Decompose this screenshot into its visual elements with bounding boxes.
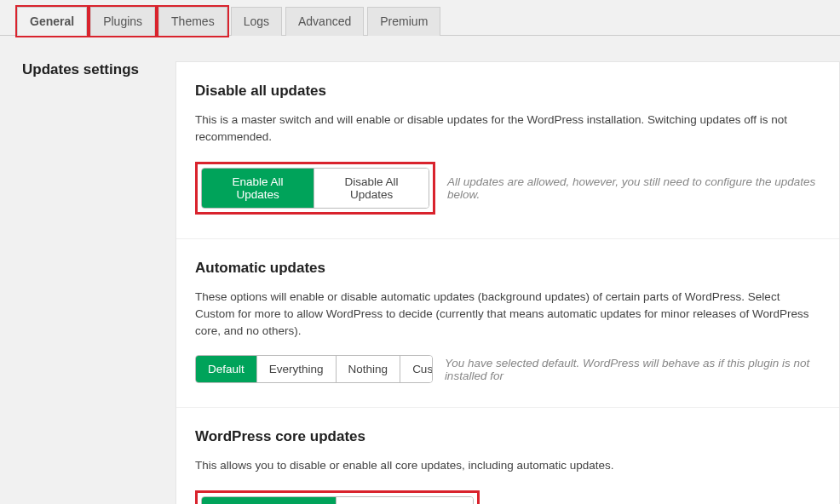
tab-general[interactable]: General (17, 7, 87, 36)
main-panel: Disable all updates This is a master swi… (175, 61, 840, 504)
tab-themes[interactable]: Themes (158, 7, 227, 36)
hint-disable-all: All updates are allowed, however, you st… (447, 175, 820, 201)
tab-bar: General Plugins Themes Logs Advanced Pre… (0, 0, 840, 36)
highlight-disable-all: Enable All Updates Disable All Updates (195, 162, 435, 215)
automatic-everything-button[interactable]: Everything (257, 356, 337, 382)
tab-logs[interactable]: Logs (231, 7, 282, 36)
btn-group-core: Enable Core Updates Disable Core Updates (201, 496, 474, 505)
sidebar: Updates settings (22, 61, 175, 504)
automatic-custom-button[interactable]: Custom (400, 356, 433, 382)
tab-advanced[interactable]: Advanced (285, 7, 364, 36)
heading-automatic: Automatic updates (195, 260, 820, 277)
heading-disable-all: Disable all updates (195, 83, 820, 100)
section-core: WordPress core updates This allows you t… (176, 408, 839, 504)
desc-automatic: These options will enable or disable aut… (195, 289, 820, 341)
enable-core-updates-button[interactable]: Enable Core Updates (202, 497, 337, 505)
btn-group-automatic: Default Everything Nothing Custom (195, 355, 433, 383)
automatic-nothing-button[interactable]: Nothing (337, 356, 401, 382)
desc-core: This allows you to disable or enable all… (195, 457, 820, 474)
section-disable-all: Disable all updates This is a master swi… (176, 62, 839, 239)
enable-all-updates-button[interactable]: Enable All Updates (202, 169, 314, 208)
page-title: Updates settings (22, 61, 175, 78)
desc-disable-all: This is a master switch and will enable … (195, 112, 820, 146)
btn-group-all-updates: Enable All Updates Disable All Updates (201, 168, 429, 209)
disable-core-updates-button[interactable]: Disable Core Updates (337, 497, 473, 505)
disable-all-updates-button[interactable]: Disable All Updates (314, 169, 429, 208)
highlight-core: Enable Core Updates Disable Core Updates (195, 490, 480, 505)
heading-core: WordPress core updates (195, 428, 820, 445)
tab-plugins[interactable]: Plugins (90, 7, 155, 36)
hint-automatic: You have selected default. WordPress wil… (445, 357, 820, 382)
tab-premium[interactable]: Premium (367, 7, 440, 36)
section-automatic: Automatic updates These options will ena… (176, 239, 839, 409)
automatic-default-button[interactable]: Default (196, 356, 257, 382)
